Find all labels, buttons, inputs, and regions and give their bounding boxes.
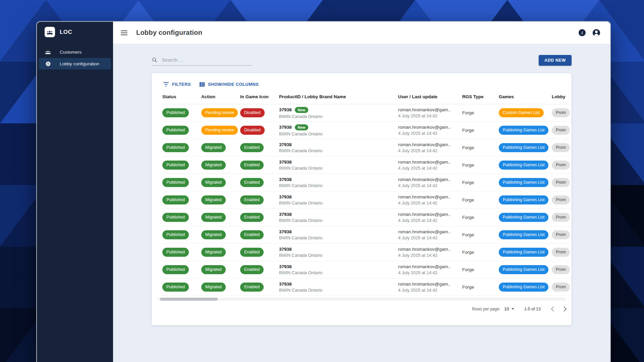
games-badge: Publishing Games List [499, 265, 548, 274]
product-id: 37938 [279, 247, 292, 252]
in-game-icon-badge: Enabled [240, 195, 264, 204]
user-email: roman.hromankov@gam.. [398, 107, 459, 112]
lobby-badge: Prom [552, 230, 570, 239]
horizontal-scrollbar[interactable] [158, 298, 566, 301]
user-email: roman.hromankov@gam.. [398, 160, 459, 165]
table-row[interactable]: PublishedMigratedEnabled37938BWIN Canada… [162, 226, 572, 244]
action-badge: Migrated [201, 195, 226, 204]
status-badge: Published [162, 265, 189, 274]
toolbar: ADD NEW [152, 55, 572, 66]
table-row[interactable]: PublishedMigratedEnabled37938BWIN Canada… [162, 139, 572, 157]
action-badge: Migrated [201, 213, 226, 222]
table-row[interactable]: PublishedMigratedEnabled37938BWIN Canada… [162, 191, 572, 209]
action-badge: Migrated [201, 283, 226, 291]
games-badge: Publishing Games List [499, 178, 548, 187]
scrollbar-thumb[interactable] [160, 298, 218, 301]
last-update: 4 July 2025 at 14:42 [398, 253, 459, 258]
table-card: FILTERS SHOW/HIDE C [152, 73, 572, 325]
lobby-badge: Prom [552, 126, 570, 134]
page-title: Lobby configuration [136, 29, 202, 37]
topbar: Lobby configuration [113, 22, 610, 44]
lobby-table: StatusActionIn Game IconProductID / Lobb… [162, 91, 572, 296]
rgs-type: Forge [462, 215, 474, 220]
show-hide-columns-button[interactable]: SHOW/HIDE COLUMNS [200, 82, 259, 87]
games-badge: Publishing Games List [499, 126, 548, 134]
rows-per-page-select[interactable]: 10 [504, 306, 514, 311]
search-field[interactable] [152, 57, 252, 66]
column-header: Lobby [552, 91, 572, 104]
table-row[interactable]: PublishedMigratedEnabled37938BWIN Canada… [162, 261, 572, 279]
last-update: 4 July 2025 at 14:42 [398, 200, 459, 205]
in-game-icon-badge: Enabled [240, 143, 264, 152]
lobby-badge: Prom [552, 283, 570, 291]
action-badge: Pending review [201, 126, 238, 134]
brand-name: BWIN Canada Ontario [279, 218, 395, 223]
lobby-badge: Prom [552, 108, 570, 117]
games-badge: Publishing Games List [499, 283, 548, 291]
sidebar-item-customers[interactable]: Customers [39, 46, 111, 58]
brand-name: BWIN Canada Ontario [279, 148, 395, 153]
table-row[interactable]: PublishedMigratedEnabled37938BWIN Canada… [162, 157, 572, 174]
pagination: Rows per page: 10 1-5 of 13 [152, 301, 572, 311]
next-page-button[interactable] [564, 307, 567, 311]
in-game-icon-badge: Enabled [240, 213, 264, 222]
user-email: roman.hromankov@gam.. [398, 212, 459, 217]
caret-down-icon [512, 308, 514, 310]
product-id: 37938 [279, 125, 292, 130]
brand-name: BWIN Canada Ontario [279, 270, 395, 275]
brand-name: BWIN Canada Ontario [279, 166, 395, 171]
user-email: roman.hromankov@gam.. [398, 142, 459, 147]
status-badge: Published [162, 248, 189, 256]
logo-people-icon [45, 27, 55, 37]
table-row[interactable]: PublishedPending reviewDisabled37938NewB… [162, 104, 572, 122]
info-icon[interactable] [579, 29, 586, 36]
lobby-badge: Prom [552, 195, 570, 204]
in-game-icon-badge: Enabled [240, 283, 264, 291]
account-icon[interactable] [593, 29, 600, 37]
sidebar-item-lobby-configuration[interactable]: Lobby configuration [39, 58, 111, 69]
status-badge: Published [162, 213, 189, 222]
status-badge: Published [162, 143, 189, 152]
action-badge: Migrated [201, 230, 226, 239]
search-input[interactable] [161, 57, 252, 63]
status-badge: Published [162, 230, 189, 239]
last-update: 4 July 2025 at 14:42 [398, 235, 459, 240]
add-new-button[interactable]: ADD NEW [539, 55, 572, 66]
brand-name: BWIN Canada Ontario [279, 114, 395, 119]
in-game-icon-badge: Enabled [240, 161, 264, 169]
people-icon [45, 50, 51, 54]
table-row[interactable]: PublishedMigratedEnabled37938BWIN Canada… [162, 244, 572, 261]
rgs-type: Forge [462, 267, 474, 272]
games-badge: Custom Games List [499, 108, 544, 117]
filter-icon [163, 82, 169, 86]
menu-icon[interactable] [121, 31, 127, 35]
table-row[interactable]: PublishedMigratedEnabled37938BWIN Canada… [162, 209, 572, 226]
action-badge: Migrated [201, 248, 226, 256]
rows-per-page-value: 10 [504, 306, 509, 311]
in-game-icon-badge: Enabled [240, 178, 264, 187]
previous-page-button[interactable] [551, 307, 554, 311]
sidebar-item-label: Lobby configuration [60, 61, 99, 66]
table-row[interactable]: PublishedMigratedEnabled37938BWIN Canada… [162, 174, 572, 191]
user-email: roman.hromankov@gam.. [398, 282, 459, 287]
app-logo: LOC [37, 22, 113, 37]
in-game-icon-badge: Enabled [240, 230, 264, 239]
filters-button[interactable]: FILTERS [163, 82, 191, 87]
product-id: 37938 [279, 282, 292, 287]
brand-name: BWIN Canada Ontario [279, 288, 395, 293]
brand-name: BWIN Canada Ontario [279, 235, 395, 240]
table-controls: FILTERS SHOW/HIDE C [152, 82, 572, 87]
action-badge: Migrated [201, 178, 226, 187]
column-header: ProductID / Lobby Brand Name [279, 91, 398, 104]
in-game-icon-badge: Disabled [240, 126, 265, 134]
last-update: 4 July 2025 at 14:42 [398, 148, 459, 153]
lobby-badge: Prom [552, 265, 570, 274]
rgs-type: Forge [462, 163, 474, 168]
product-id: 37938 [279, 160, 292, 165]
table-row[interactable]: PublishedMigratedEnabled37938BWIN Canada… [162, 279, 572, 296]
new-badge: New [295, 124, 309, 130]
logo-text: LOC [60, 29, 72, 36]
action-badge: Pending review [201, 108, 238, 117]
action-badge: Migrated [201, 265, 226, 274]
table-row[interactable]: PublishedPending reviewDisabled37938NewB… [162, 122, 572, 139]
